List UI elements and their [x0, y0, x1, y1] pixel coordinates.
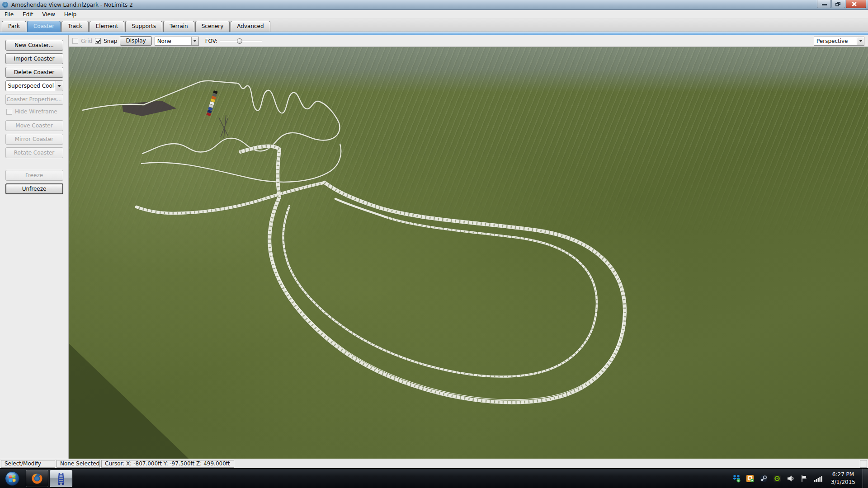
viewport-toolbar: Grid Snap Display None FOV: Perspective: [69, 35, 868, 47]
viewport-3d[interactable]: [69, 47, 868, 459]
hide-wireframe-label: Hide Wireframe: [15, 108, 57, 115]
view-mode-select[interactable]: Perspective: [814, 37, 864, 46]
coaster-sidebar: New Coaster... Import Coaster Delete Coa…: [0, 35, 69, 459]
taskbar: 6:27 PM 3/1/2015: [0, 468, 868, 488]
flag-icon[interactable]: [800, 474, 808, 483]
snap-checkbox[interactable]: [95, 38, 101, 44]
show-desktop-button[interactable]: [863, 469, 868, 488]
fov-slider-thumb[interactable]: [237, 38, 242, 44]
titlebar: Amoshendae View Land.nl2park - NoLimits …: [0, 0, 868, 10]
new-coaster-button[interactable]: New Coaster...: [5, 40, 63, 51]
clock-time: 6:27 PM: [831, 471, 855, 478]
clock-date: 3/1/2015: [831, 479, 855, 486]
mirror-coaster-button[interactable]: Mirror Coaster: [5, 134, 63, 145]
network-icon[interactable]: [814, 474, 823, 483]
taskbar-item-firefox[interactable]: [26, 470, 48, 487]
close-button[interactable]: [846, 0, 866, 8]
start-button[interactable]: [0, 469, 24, 488]
app-icon: [2, 1, 9, 8]
restore-button[interactable]: [831, 0, 845, 8]
display-mode-value: None: [155, 38, 191, 44]
start-icon: [5, 471, 20, 486]
orange-app-icon[interactable]: [746, 474, 754, 483]
status-mode: Select/Modify: [1, 460, 55, 468]
tab-park[interactable]: Park: [2, 21, 26, 32]
status-bar: Select/Modify None Selected Cursor: X: -…: [0, 459, 868, 468]
firefox-icon: [31, 472, 43, 485]
active-tab-strip: [0, 32, 868, 35]
hide-wireframe-checkbox[interactable]: [6, 109, 12, 115]
nvidia-icon[interactable]: [773, 474, 781, 483]
tab-supports[interactable]: Supports: [125, 21, 162, 32]
coaster-train: [206, 90, 217, 116]
import-coaster-button[interactable]: Import Coaster: [5, 53, 63, 64]
chevron-down-icon: [857, 37, 864, 45]
fov-slider[interactable]: [220, 38, 262, 44]
freeze-button[interactable]: Freeze: [5, 170, 63, 181]
menu-help[interactable]: Help: [60, 10, 81, 19]
tab-bar: Park Coaster Track Element Supports Terr…: [0, 19, 868, 32]
tab-coaster[interactable]: Coaster: [27, 21, 61, 32]
minimize-button[interactable]: [817, 0, 831, 8]
menubar: File Edit View Help: [0, 10, 868, 19]
system-tray: 6:27 PM 3/1/2015: [732, 471, 863, 485]
steam-icon[interactable]: [760, 474, 768, 483]
chevron-down-icon: [56, 81, 62, 91]
menu-view[interactable]: View: [38, 10, 59, 19]
nolimits-icon: [55, 472, 67, 485]
display-button[interactable]: Display: [120, 36, 151, 46]
display-mode-select[interactable]: None: [155, 37, 199, 46]
snap-label: Snap: [104, 38, 117, 44]
menu-file[interactable]: File: [0, 10, 18, 19]
coaster-track-render: [69, 47, 868, 459]
window-title: Amoshendae View Land.nl2park - NoLimits …: [11, 2, 133, 8]
taskbar-clock[interactable]: 6:27 PM 3/1/2015: [831, 471, 855, 485]
volume-icon[interactable]: [787, 474, 795, 483]
grid-checkbox[interactable]: [72, 38, 78, 44]
lift-support: [219, 115, 228, 138]
tab-advanced[interactable]: Advanced: [231, 21, 270, 32]
grid-label: Grid: [81, 38, 92, 44]
delete-coaster-button[interactable]: Delete Coaster: [5, 67, 63, 78]
status-resize-cell: [860, 460, 867, 468]
tab-element[interactable]: Element: [90, 21, 125, 32]
tab-track[interactable]: Track: [61, 21, 88, 32]
view-mode-value: Perspective: [814, 38, 857, 44]
coaster-select-value: Superspeed Cool-: [6, 83, 56, 89]
coaster-properties-button[interactable]: Coaster Properties...: [5, 94, 63, 105]
fov-label: FOV:: [205, 38, 217, 44]
status-selection: None Selected: [57, 460, 100, 468]
tab-terrain[interactable]: Terrain: [163, 21, 194, 32]
status-cursor-coordinates: Cursor: X: -807.000ft Y: -97.500ft Z: 49…: [101, 460, 234, 468]
chevron-down-icon: [191, 37, 198, 45]
menu-edit[interactable]: Edit: [18, 10, 38, 19]
unfreeze-button[interactable]: Unfreeze: [5, 183, 63, 194]
hide-wireframe-row[interactable]: Hide Wireframe: [6, 108, 68, 115]
taskbar-item-nolimits[interactable]: [50, 470, 72, 487]
dropbox-icon[interactable]: [732, 474, 741, 483]
rotate-coaster-button[interactable]: Rotate Coaster: [5, 147, 63, 158]
coaster-select[interactable]: Superspeed Cool-: [5, 80, 63, 91]
tab-scenery[interactable]: Scenery: [195, 21, 230, 32]
move-coaster-button[interactable]: Move Coaster: [5, 120, 63, 131]
